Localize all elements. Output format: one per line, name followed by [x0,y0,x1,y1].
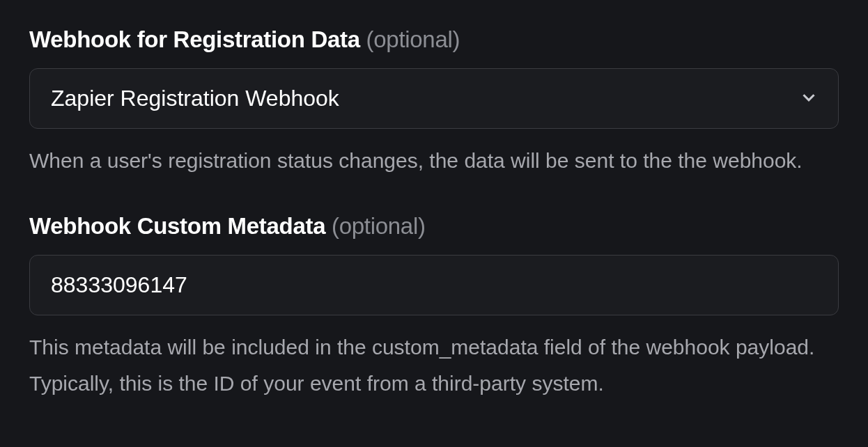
webhook-registration-optional-suffix: (optional) [360,26,460,52]
webhook-metadata-helper: This metadata will be included in the cu… [29,329,839,402]
webhook-registration-label: Webhook for Registration Data [29,26,360,52]
webhook-registration-select[interactable]: Zapier Registration Webhook [29,68,839,129]
webhook-metadata-optional-suffix: (optional) [325,213,425,239]
webhook-registration-label-row: Webhook for Registration Data (optional) [29,26,839,53]
webhook-metadata-label: Webhook Custom Metadata [29,213,325,239]
webhook-registration-selected-value: Zapier Registration Webhook [51,86,339,111]
webhook-metadata-group: Webhook Custom Metadata (optional) This … [29,213,839,402]
webhook-metadata-label-row: Webhook Custom Metadata (optional) [29,213,839,240]
webhook-registration-helper: When a user's registration status change… [29,143,839,180]
webhook-metadata-input[interactable] [29,255,839,315]
webhook-registration-group: Webhook for Registration Data (optional)… [29,26,839,180]
webhook-registration-select-wrapper: Zapier Registration Webhook [29,68,839,129]
